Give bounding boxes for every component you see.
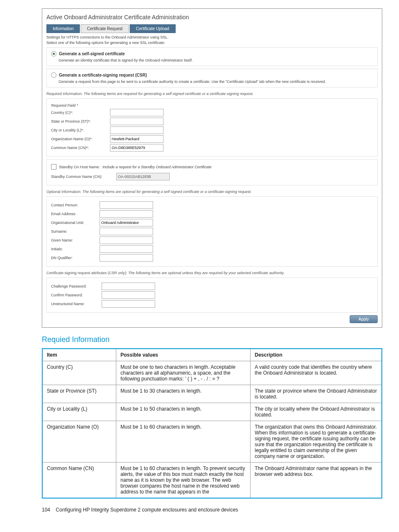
- cell-desc: The state or province where the Onboard …: [251, 385, 382, 403]
- cell-item: Country (C): [42, 361, 116, 385]
- email-input[interactable]: [100, 210, 153, 218]
- ou-input[interactable]: [100, 219, 153, 226]
- challenge-input[interactable]: [102, 283, 155, 290]
- self-signed-desc: Generate an identity certificate that is…: [59, 58, 373, 62]
- contact-input[interactable]: [100, 201, 153, 209]
- unstructured-label: Unstructured Name:: [51, 302, 99, 306]
- given-input[interactable]: [100, 236, 153, 244]
- th-desc: Description: [251, 349, 382, 361]
- given-label: Given Name:: [51, 238, 97, 242]
- cell-desc: A valid country code that identifies the…: [251, 361, 382, 385]
- required-info-label: Required Information: The following item…: [46, 92, 378, 96]
- panel-title: Active Onboard Administrator Certificate…: [46, 14, 378, 21]
- required-field-note: Required Field *: [51, 103, 373, 108]
- th-pv: Possible values: [116, 349, 251, 361]
- radio-csr-label: Generate a certificate-signing request (…: [59, 73, 147, 77]
- radio-self-signed[interactable]: [51, 51, 56, 57]
- csr-attr-label: Certificate-signing request attributes (…: [46, 271, 378, 275]
- org-input[interactable]: [110, 135, 164, 143]
- cell-desc: The city or locality where the Onboard A…: [251, 403, 382, 421]
- page-footer: 104 Configuring HP Integrity Superdome 2…: [42, 507, 382, 513]
- cell-item: Organization Name (O): [42, 421, 116, 463]
- apply-button[interactable]: Apply: [350, 315, 378, 323]
- cell-desc: The organization that owns this Onboard …: [251, 421, 382, 463]
- ou-label: Organizational Unit:: [51, 221, 97, 225]
- cell-pv: Must be 1 to 60 characters in length.: [116, 421, 251, 463]
- table-row: Common Name (CN)Must be 1 to 60 characte…: [42, 463, 382, 499]
- unstructured-input[interactable]: [102, 300, 155, 308]
- cell-item: Common Name (CN): [42, 463, 116, 499]
- challenge-label: Challenge Password:: [51, 284, 99, 288]
- email-label: Email Address:: [51, 212, 97, 216]
- cell-item: City or Locality (L): [42, 403, 116, 421]
- select-line: Select one of the following options for …: [46, 41, 378, 45]
- contact-label: Contact Person:: [51, 203, 97, 207]
- table-row: Country (C)Must be one to two characters…: [42, 361, 382, 385]
- cell-pv: Must be one to two characters in length.…: [116, 361, 251, 385]
- footer-text: Configuring HP Integrity Superdome 2 com…: [56, 507, 238, 513]
- tab-bar: Information Certificate Request Certific…: [46, 24, 378, 33]
- certificate-admin-panel: Active Onboard Administrator Certificate…: [42, 8, 382, 328]
- tab-certificate-request[interactable]: Certificate Request: [81, 24, 129, 33]
- option-self-signed: Generate a self-signed certificate Gener…: [46, 47, 378, 66]
- country-label: Country (C)*:: [51, 111, 107, 115]
- required-fields-block: Required Field * Country (C)*: State or …: [46, 98, 378, 157]
- surname-input[interactable]: [100, 228, 153, 235]
- cn-label: Common Name (CN)*:: [51, 146, 107, 150]
- standby-label: Standby OA Host Name:: [59, 165, 100, 169]
- initials-label: Initials:: [51, 247, 97, 251]
- standby-checkbox[interactable]: [51, 164, 56, 170]
- tab-information[interactable]: Information: [46, 24, 80, 33]
- table-row: State or Province (ST)Must be 1 to 30 ch…: [42, 385, 382, 403]
- standby-cn-label: Standby Common Name (CN):: [51, 175, 114, 179]
- confirm-label: Confirm Password:: [51, 293, 99, 297]
- state-label: State or Province (ST)*:: [51, 119, 107, 123]
- cell-desc: The Onboard Administrator name that appe…: [251, 463, 382, 499]
- settings-line: Settings for HTTPS connections to the On…: [46, 35, 378, 39]
- state-input[interactable]: [110, 118, 164, 125]
- th-item: Item: [42, 349, 116, 361]
- option-csr: Generate a certificate-signing request (…: [46, 69, 378, 87]
- initials-input[interactable]: [100, 245, 153, 253]
- cell-item: State or Province (ST): [42, 385, 116, 403]
- dn-input[interactable]: [100, 254, 153, 262]
- radio-self-signed-label: Generate a self-signed certificate: [59, 51, 125, 56]
- dn-label: DN Qualifier:: [51, 256, 97, 260]
- required-info-table: Item Possible values Description Country…: [42, 348, 382, 499]
- cell-pv: Must be 1 to 50 characters in length.: [116, 403, 251, 421]
- standby-text: Include a request for a Standby Onboard …: [102, 165, 212, 169]
- standby-block: Standby OA Host Name: Include a request …: [46, 159, 378, 185]
- page-number: 104: [42, 507, 54, 513]
- cn-input[interactable]: [110, 144, 164, 152]
- city-input[interactable]: [110, 126, 164, 134]
- cell-pv: Must be 1 to 60 characters in length. To…: [116, 463, 251, 499]
- surname-label: Surname:: [51, 229, 97, 234]
- table-row: City or Locality (L)Must be 1 to 50 char…: [42, 403, 382, 421]
- radio-csr[interactable]: [51, 72, 56, 78]
- optional-info-label: Optional Information: The following item…: [46, 190, 378, 194]
- confirm-input[interactable]: [102, 291, 155, 299]
- standby-cn-input: [116, 173, 170, 180]
- table-row: Organization Name (O)Must be 1 to 60 cha…: [42, 421, 382, 463]
- required-info-heading: Requied Information: [42, 335, 382, 344]
- cell-pv: Must be 1 to 30 characters in length.: [116, 385, 251, 403]
- tab-certificate-upload[interactable]: Certificate Upload: [130, 24, 175, 33]
- csr-desc: Generate a request from this page to be …: [59, 80, 373, 84]
- country-input[interactable]: [110, 109, 164, 116]
- csr-fields-block: Challenge Password: Confirm Password: Un…: [46, 278, 378, 313]
- org-label: Organization Name (O)*:: [51, 137, 107, 141]
- city-label: City or Locality (L)*:: [51, 128, 107, 132]
- optional-fields-block: Contact Person: Email Address: Organizat…: [46, 196, 378, 267]
